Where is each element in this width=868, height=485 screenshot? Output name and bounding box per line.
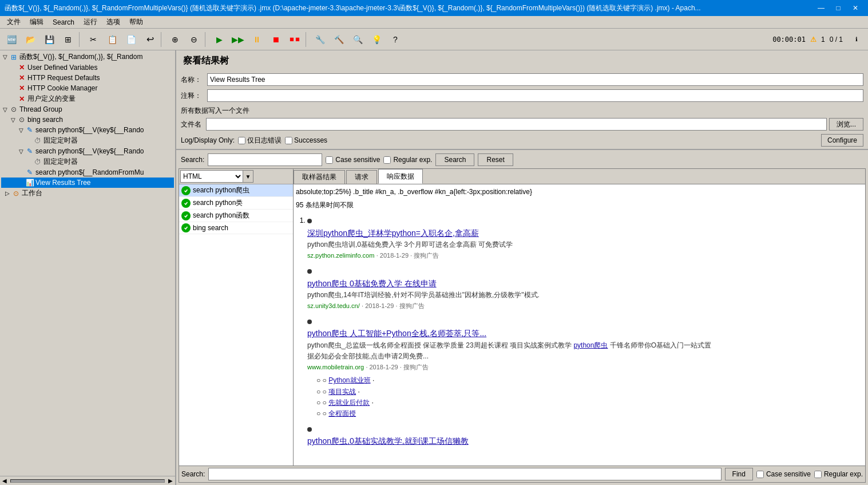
tree-node-ft2[interactable]: ⏱ 固定定时器 [1, 156, 174, 167]
tb-save[interactable]: 💾 [40, 31, 58, 48]
tb-paste[interactable]: 📄 [122, 31, 140, 48]
maximize-button[interactable]: □ [830, 0, 846, 16]
bottom-search-input[interactable] [208, 468, 721, 480]
tree-area[interactable]: ▽ ⊞ 函数${_V()}, ${_Random(,)}, ${_Random … [0, 50, 175, 476]
close-button[interactable]: ✕ [847, 0, 863, 16]
tb-expand[interactable]: ⊕ [166, 31, 184, 48]
expand-tg[interactable]: ▽ [1, 107, 9, 113]
result-link-3[interactable]: python爬虫 人工智能+Python全栈,名师荟萃,只等... [307, 329, 486, 338]
search-button[interactable]: Search [435, 153, 474, 166]
name-input[interactable] [207, 73, 863, 86]
menu-file[interactable]: 文件 [2, 16, 25, 28]
tree-node-tg[interactable]: ▽ ⊙ Thread Group [1, 104, 174, 115]
bottom-case-sensitive-group: Case sensitive [756, 470, 811, 478]
case-sensitive-checkbox[interactable] [326, 156, 333, 164]
result-link-1[interactable]: 深圳python爬虫_洋林学python=入职名企,拿高薪 [307, 228, 479, 238]
tb-start-no-pause[interactable]: ▶▶ [229, 31, 247, 48]
tb-search[interactable]: 🔍 [348, 31, 367, 48]
tree-root[interactable]: ▽ ⊞ 函数${_V()}, ${_Random(,)}, ${_Random [1, 52, 174, 62]
expand-root[interactable]: ▽ [1, 54, 9, 60]
result-item-1[interactable]: search python爬虫 [179, 184, 293, 197]
warning-count: 1 [821, 36, 825, 44]
reset-button[interactable]: Reset [478, 153, 513, 166]
result-item-4[interactable]: bing search [179, 222, 293, 234]
tb-collapse[interactable]: ⊖ [185, 31, 203, 48]
regular-exp-checkbox[interactable] [383, 156, 391, 164]
tree-node-hcm[interactable]: ✕ HTTP Cookie Manager [1, 83, 174, 93]
tree-node-udv[interactable]: ✕ User Defined Variables [1, 62, 174, 73]
tree-node-wb[interactable]: ▷ ⊙ 工作台 [1, 188, 174, 199]
result-link-3b[interactable]: python爬虫 [573, 341, 608, 349]
tree-node-hrd[interactable]: ✕ HTTP Request Defaults [1, 73, 174, 83]
tb-help[interactable]: ? [386, 31, 405, 48]
udcn-label: 用户定义的变量 [27, 94, 76, 104]
tb-clear-all[interactable]: 🔨 [330, 31, 348, 48]
tab-sampler-results[interactable]: 取样器结果 [294, 170, 345, 184]
tree-node-sp1[interactable]: ▽ ✎ search python${__V(key${__Rando [1, 125, 174, 135]
menu-search[interactable]: Search [48, 17, 79, 27]
search-input[interactable] [208, 153, 322, 166]
scroll-left-arrow[interactable]: ◀ [0, 478, 9, 484]
filename-input[interactable] [206, 118, 827, 131]
configure-button[interactable]: Configure [821, 134, 863, 147]
tb-stop[interactable]: ⏹ [267, 31, 285, 48]
result-link-4[interactable]: python爬虫,0基础实战教学,就到课工场信獭教 [307, 436, 469, 445]
tree-node-udcn[interactable]: ✕ 用户定义的变量 [1, 93, 174, 104]
tab-request[interactable]: 请求 [346, 170, 377, 184]
expand-sp1[interactable]: ▽ [17, 127, 25, 133]
result-list-panel: HTML JSON XML Text Regexp Tester ▼ [179, 169, 294, 466]
tree-node-sp2[interactable]: ▽ ✎ search python${__V(key${__Rando [1, 146, 174, 156]
errors-only-checkbox[interactable] [238, 137, 245, 144]
sub-link-3[interactable]: 先就业后付款 [328, 399, 370, 407]
sub-link-1[interactable]: Python就业班 [328, 376, 370, 384]
tb-sep1 [79, 32, 82, 47]
tb-start[interactable]: ▶ [210, 31, 228, 48]
tb-remote[interactable]: 💡 [367, 31, 386, 48]
tree-node-ft1[interactable]: ⏱ 固定定时器 [1, 135, 174, 146]
result-link-2[interactable]: python爬虫 0基础免费入学 在线申请 [307, 279, 437, 288]
menu-run[interactable]: 运行 [79, 16, 102, 28]
tb-clear[interactable]: 🔧 [311, 31, 329, 48]
divider-1 [176, 149, 868, 150]
comment-input[interactable] [207, 89, 863, 102]
scroll-right-arrow[interactable]: ▶ [166, 478, 175, 484]
result-item-2[interactable]: search python类 [179, 197, 293, 210]
sub-link-2[interactable]: 项目实战 [328, 388, 356, 396]
menu-bar: 文件 编辑 Search 运行 选项 帮助 [0, 16, 868, 29]
tree-node-bing[interactable]: ▽ ⊙ bing search [1, 115, 174, 125]
bottom-regex-checkbox[interactable] [814, 471, 822, 478]
expand-sp2[interactable]: ▽ [17, 148, 25, 155]
find-button[interactable]: Find [725, 468, 753, 480]
minimize-button[interactable]: — [813, 0, 829, 16]
sub-link-4[interactable]: 全程面授 [328, 409, 356, 417]
sp3-label: search python${__RandomFromMu [35, 168, 144, 176]
tb-stop-now[interactable]: ⏹⏹ [286, 31, 304, 48]
tb-cut[interactable]: ✂ [84, 31, 102, 48]
tree-node-sp3[interactable]: ✎ search python${__RandomFromMu [1, 167, 174, 178]
successes-checkbox[interactable] [285, 137, 292, 144]
menu-options[interactable]: 选项 [102, 16, 125, 28]
tb-open[interactable]: 📂 [21, 31, 39, 48]
tb-pause[interactable]: ⏸ [248, 31, 266, 48]
expand-wb[interactable]: ▷ [3, 190, 11, 196]
bottom-case-sensitive-checkbox[interactable] [756, 471, 764, 478]
menu-edit[interactable]: 编辑 [25, 16, 48, 28]
tb-copy[interactable]: 📋 [103, 31, 121, 48]
html-selector-arrow[interactable]: ▼ [243, 170, 253, 183]
tb-info[interactable]: ℹ [847, 31, 866, 48]
menu-help[interactable]: 帮助 [125, 16, 148, 28]
tree-node-vrt[interactable]: 📊 View Results Tree [1, 178, 174, 188]
expand-bing[interactable]: ▽ [9, 117, 17, 123]
content-display[interactable]: absolute;top:25%} .b_title #kn_a, .b_ove… [294, 184, 865, 466]
result-desc-1: python爬虫培训,0基础免费入学 3个月即可进名企拿高薪 可免费试学 [307, 240, 513, 249]
tb-undo[interactable]: ↩ [141, 31, 159, 48]
tb-saveas[interactable]: ⊞ [59, 31, 77, 48]
result-count: 95 条结果时间不限 [296, 201, 354, 209]
comment-label: 注释： [181, 91, 204, 101]
tb-new[interactable]: 🆕 [2, 31, 21, 48]
result-item-3[interactable]: search python函数 [179, 210, 293, 222]
tab-response-data[interactable]: 响应数据 [378, 169, 423, 184]
browse-button[interactable]: 浏览... [829, 118, 863, 131]
result-desc-3c: 据必知必会全部技能,点击申请2周免费... [307, 352, 429, 360]
html-selector[interactable]: HTML JSON XML Text Regexp Tester [180, 170, 243, 183]
